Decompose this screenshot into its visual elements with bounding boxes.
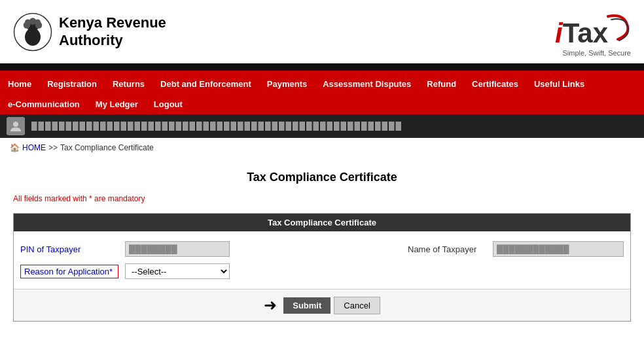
- form-section-title: Tax Compliance Certificate: [14, 214, 630, 231]
- user-bar: ████████████████████████████████████████…: [0, 114, 644, 138]
- header-divider-black: [0, 65, 644, 71]
- page-content: Tax Compliance Certificate All fields ma…: [0, 158, 644, 328]
- breadcrumb-separator: >>: [48, 143, 58, 152]
- form-row-reason: Reason for Application* --Select-- Gover…: [20, 260, 624, 282]
- nav-certificates[interactable]: Certificates: [464, 74, 526, 94]
- kra-name-line1: Kenya Revenue: [59, 14, 166, 31]
- form-body: PIN of Taxpayer Name of Taxpayer Reason …: [14, 231, 630, 289]
- page-header: Kenya Revenue Authority i Tax Simple, Sw…: [0, 0, 644, 65]
- pin-label: PIN of Taxpayer: [20, 244, 118, 254]
- cancel-button[interactable]: Cancel: [334, 297, 380, 314]
- itax-brand-text: i Tax: [555, 7, 631, 49]
- reason-select[interactable]: --Select-- Government Tender Private Ten…: [125, 263, 230, 279]
- form-section: Tax Compliance Certificate PIN of Taxpay…: [13, 213, 631, 322]
- nav-registration[interactable]: Registration: [39, 74, 105, 94]
- itax-swoosh-icon: [605, 10, 631, 42]
- itax-tagline: Simple, Swift, Secure: [562, 49, 631, 57]
- name-of-taxpayer-label: Name of Taxpayer: [408, 244, 486, 254]
- kra-logo-icon: [13, 12, 52, 52]
- nav-my-ledger[interactable]: My Ledger: [88, 94, 146, 114]
- itax-i-letter: i: [555, 18, 563, 49]
- reason-label: Reason for Application*: [20, 265, 118, 278]
- submit-button[interactable]: Submit: [283, 297, 331, 314]
- pin-input[interactable]: [125, 241, 230, 257]
- user-bar-text: ████████████████████████████████████████…: [31, 122, 637, 131]
- kra-name-line2: Authority: [59, 32, 166, 49]
- kra-logo: Kenya Revenue Authority: [13, 12, 166, 52]
- nav-debt[interactable]: Debt and Enforcement: [152, 74, 259, 94]
- breadcrumb-current: Tax Compliance Certificate: [60, 143, 154, 152]
- nav-logout[interactable]: Logout: [146, 94, 190, 114]
- taxpayer-name-input[interactable]: [493, 241, 624, 257]
- breadcrumb-home-link[interactable]: HOME: [22, 143, 46, 152]
- mandatory-note: All fields marked with * are mandatory: [13, 194, 631, 203]
- nav-row-2: e-Communication My Ledger Logout: [0, 94, 644, 114]
- itax-tax-text: Tax: [563, 18, 608, 49]
- nav-useful-links[interactable]: Useful Links: [526, 74, 592, 94]
- nav-ecommunication[interactable]: e-Communication: [0, 94, 88, 114]
- arrow-right-icon: ➜: [264, 296, 277, 314]
- form-row-pin-name: PIN of Taxpayer Name of Taxpayer: [20, 238, 624, 260]
- main-navigation: Home Registration Returns Debt and Enfor…: [0, 74, 644, 114]
- user-avatar-icon: [7, 117, 25, 135]
- nav-assessment[interactable]: Assessment Disputes: [315, 74, 419, 94]
- nav-refund[interactable]: Refund: [419, 74, 464, 94]
- nav-payments[interactable]: Payments: [259, 74, 315, 94]
- page-title: Tax Compliance Certificate: [13, 171, 631, 184]
- submit-area: ➜ Submit Cancel: [14, 289, 630, 321]
- nav-row-1: Home Registration Returns Debt and Enfor…: [0, 74, 644, 94]
- svg-point-6: [25, 19, 31, 25]
- svg-point-8: [13, 122, 18, 127]
- svg-point-7: [35, 19, 41, 25]
- nav-returns[interactable]: Returns: [105, 74, 152, 94]
- person-icon: [9, 120, 22, 133]
- breadcrumb: 🏠 HOME >> Tax Compliance Certificate: [0, 138, 644, 158]
- nav-home[interactable]: Home: [0, 74, 39, 94]
- kra-logo-text: Kenya Revenue Authority: [59, 14, 166, 49]
- itax-logo: i Tax Simple, Swift, Secure: [555, 7, 631, 57]
- svg-point-2: [25, 28, 41, 46]
- home-icon: 🏠: [10, 143, 20, 152]
